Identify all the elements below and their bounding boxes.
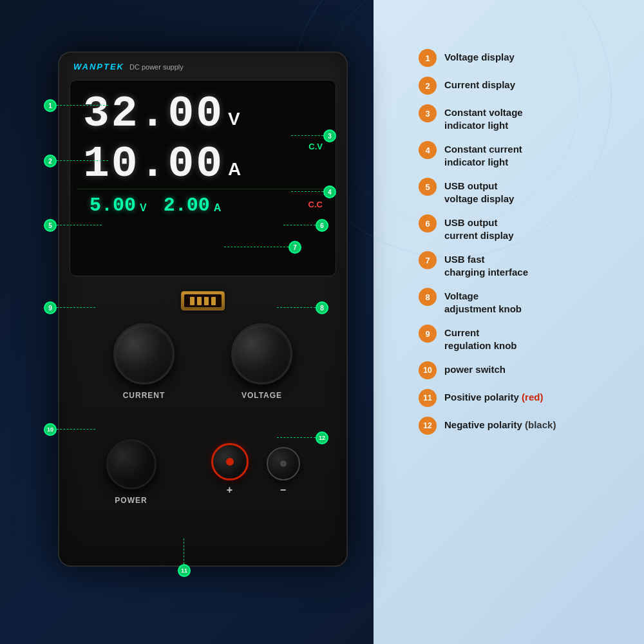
annotation-dot-5: 5 [44, 219, 57, 232]
usb-voltage-value: 5.00 [90, 194, 136, 216]
negative-terminal-group: − [267, 447, 300, 496]
legend-badge-4: 4 [419, 141, 437, 159]
annotation-dot-12: 12 [316, 431, 328, 444]
legend-badge-5: 5 [419, 178, 437, 196]
legend-badge-11: 11 [419, 389, 437, 407]
legend-item-12: 12 Negative polarity (black) [419, 416, 631, 435]
positive-terminal [211, 443, 249, 480]
legend-text-4: Constant currentindicator light [444, 140, 522, 168]
legend-item-6: 6 USB outputcurrent display [419, 214, 631, 242]
legend-item-5: 5 USB outputvoltage display [419, 177, 631, 205]
positive-terminal-group: + [211, 443, 249, 496]
power-label: POWER [115, 496, 147, 505]
current-value: 10.00 [83, 142, 224, 186]
terminals-group: + − [211, 443, 300, 496]
brand-bar: WANPTEK DC power supply [73, 62, 184, 71]
legend-badge-9: 9 [419, 325, 437, 343]
legend-item-9: 9 Currentregulation knob [419, 324, 631, 352]
annotation-dot-2: 2 [44, 155, 57, 167]
bottom-controls: POWER + − [59, 439, 346, 505]
cv-indicator: C.V [308, 142, 323, 151]
knobs-area: CURRENT VOLTAGE [59, 323, 346, 400]
usb-current-value: 2.00 [164, 194, 210, 216]
legend-text-8: Voltageadjustment knob [444, 287, 522, 315]
negative-terminal [267, 447, 300, 480]
annotation-dot-10: 10 [44, 423, 57, 436]
legend-badge-2: 2 [419, 77, 437, 95]
legend-badge-7: 7 [419, 251, 437, 269]
current-unit: A [228, 159, 241, 186]
power-switch[interactable] [106, 439, 156, 489]
power-switch-group: POWER [106, 439, 156, 505]
legend-badge-8: 8 [419, 288, 437, 306]
legend-item-8: 8 Voltageadjustment knob [419, 287, 631, 315]
annotation-dot-9: 9 [44, 301, 57, 314]
voltage-knob-label: VOLTAGE [242, 391, 282, 400]
annotation-dot-3: 3 [323, 129, 336, 142]
legend-text-12: Negative polarity (black) [444, 416, 556, 431]
legend-badge-1: 1 [419, 49, 437, 67]
legend-text-3: Constant voltageindicator light [444, 104, 523, 131]
voltage-display-row: 32.00 V [70, 80, 336, 138]
legend-item-4: 4 Constant currentindicator light [419, 140, 631, 168]
current-display-row: 10.00 A [70, 138, 336, 189]
usb-charging-port [181, 291, 225, 310]
current-knob-group: CURRENT [113, 323, 175, 400]
annotation-dot-11: 11 [178, 564, 191, 577]
annotation-dot-8: 8 [316, 301, 328, 314]
legend-panel: 1 Voltage display 2 Current display 3 Co… [419, 48, 631, 444]
brand-subtitle: DC power supply [129, 63, 184, 71]
voltage-value: 32.00 [83, 92, 224, 136]
voltage-unit: V [228, 109, 240, 136]
usb-voltage-unit: V [140, 202, 147, 216]
current-knob-label: CURRENT [123, 391, 166, 400]
usb-current-unit: A [214, 202, 222, 216]
legend-text-2: Current display [444, 76, 515, 91]
legend-text-7: USB fastcharging interface [444, 251, 528, 278]
legend-text-9: Currentregulation knob [444, 324, 517, 352]
legend-text-6: USB outputcurrent display [444, 214, 514, 242]
legend-item-1: 1 Voltage display [419, 48, 631, 67]
legend-text-10: power switch [444, 361, 506, 376]
cc-indicator: C.C [308, 200, 323, 209]
annotation-dot-7: 7 [289, 241, 301, 254]
legend-item-7: 7 USB fastcharging interface [419, 251, 631, 278]
legend-item-2: 2 Current display [419, 76, 631, 95]
neg-terminal-label: − [280, 484, 286, 496]
legend-text-5: USB outputvoltage display [444, 177, 514, 205]
current-regulation-knob[interactable] [113, 323, 175, 384]
legend-text-1: Voltage display [444, 48, 515, 64]
legend-badge-10: 10 [419, 361, 437, 379]
legend-item-3: 3 Constant voltageindicator light [419, 104, 631, 131]
brand-name: WANPTEK [73, 62, 124, 71]
legend-badge-6: 6 [419, 214, 437, 232]
legend-item-10: 10 power switch [419, 361, 631, 379]
legend-badge-3: 3 [419, 104, 437, 122]
annotation-dot-4: 4 [323, 185, 336, 198]
usb-display-row: 5.00 V 2.00 A [77, 189, 329, 223]
device-body: WANPTEK DC power supply 32.00 V C.V 10.0… [58, 52, 348, 567]
voltage-adjustment-knob[interactable] [231, 323, 292, 384]
annotation-dot-6: 6 [316, 219, 328, 232]
legend-text-11: Positive polarity (red) [444, 388, 543, 404]
annotation-dot-1: 1 [44, 99, 57, 112]
pos-terminal-label: + [227, 484, 232, 496]
voltage-knob-group: VOLTAGE [231, 323, 292, 400]
legend-badge-12: 12 [419, 417, 437, 435]
legend-item-11: 11 Positive polarity (red) [419, 388, 631, 407]
